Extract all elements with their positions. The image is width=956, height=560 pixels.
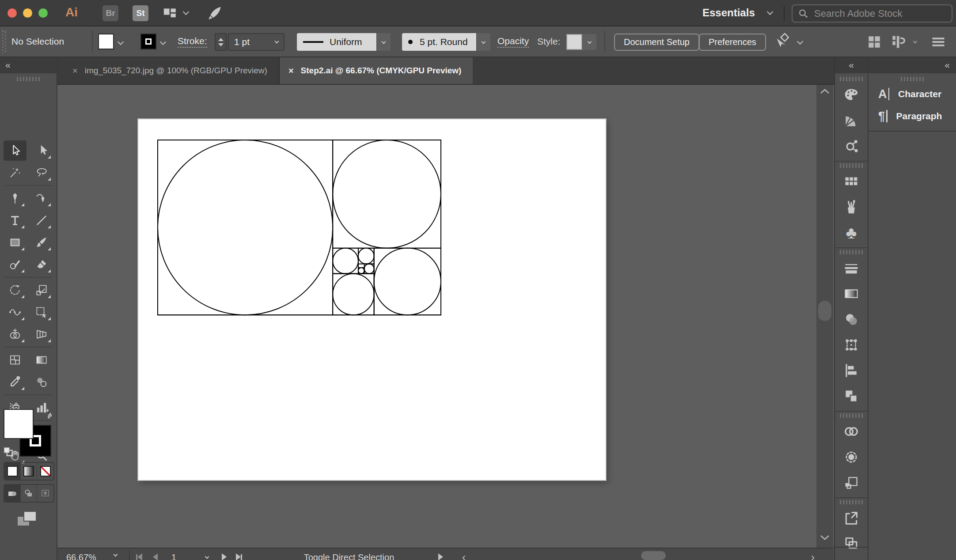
navigator-panel-button[interactable] xyxy=(839,532,864,555)
export-panel-button[interactable] xyxy=(839,507,864,530)
icon-dock-collapse-button[interactable]: « xyxy=(835,57,868,73)
transparency-panel-button[interactable] xyxy=(839,308,864,331)
first-artboard-button[interactable] xyxy=(136,551,142,560)
color-themes-panel-button[interactable] xyxy=(839,135,864,158)
curvature-tool[interactable] xyxy=(30,188,53,208)
pen-tool[interactable] xyxy=(4,188,27,208)
brush-chevron[interactable] xyxy=(476,33,490,51)
select-behind-button[interactable] xyxy=(772,33,791,51)
close-window-button[interactable] xyxy=(8,8,17,18)
style-chevron[interactable] xyxy=(582,34,596,50)
artboard-number-field[interactable]: 1 xyxy=(167,551,209,560)
perspective-grid-tool[interactable] xyxy=(30,324,53,344)
color-button[interactable] xyxy=(4,463,21,480)
width-profile-chevron[interactable] xyxy=(376,33,391,51)
free-transform-tool[interactable] xyxy=(30,302,53,322)
style-swatch[interactable] xyxy=(566,34,582,50)
color-panel-button[interactable] xyxy=(839,83,864,106)
align-panel-button[interactable] xyxy=(839,359,864,382)
chevron-down-icon[interactable] xyxy=(913,39,918,44)
zoom-level[interactable]: 66.67% xyxy=(66,551,96,560)
close-tab-icon[interactable]: × xyxy=(72,66,78,76)
swatches-panel-button[interactable] xyxy=(839,170,864,193)
image-trace-panel-button[interactable] xyxy=(839,446,864,469)
vertical-scrollbar[interactable] xyxy=(816,85,833,548)
fill-proxy-swatch[interactable] xyxy=(4,409,34,439)
next-artboard-button[interactable] xyxy=(222,551,227,560)
gradient-tool[interactable] xyxy=(30,350,53,370)
dock-grip[interactable] xyxy=(901,77,924,81)
shape-builder-tool[interactable] xyxy=(4,324,27,344)
rotate-tool[interactable] xyxy=(4,280,27,300)
minimize-window-button[interactable] xyxy=(23,8,32,18)
horizontal-scroll-thumb[interactable] xyxy=(641,551,666,560)
stroke-color-swatch[interactable] xyxy=(140,34,156,49)
artboards-panel-button[interactable] xyxy=(839,471,864,494)
panel-dock-collapse-button[interactable]: « xyxy=(869,57,956,73)
line-segment-tool[interactable] xyxy=(30,210,53,231)
draw-inside-button[interactable] xyxy=(37,485,53,502)
tile-documents-button[interactable] xyxy=(867,34,882,49)
previous-artboard-button[interactable] xyxy=(153,551,158,560)
fill-color-swatch[interactable] xyxy=(98,34,114,49)
arrange-documents-button[interactable] xyxy=(163,7,178,20)
scroll-left-icon[interactable]: ‹ xyxy=(462,551,466,560)
pathfinder-panel-button[interactable] xyxy=(839,385,864,408)
toolbar-grip[interactable] xyxy=(17,77,40,81)
draw-normal-button[interactable] xyxy=(4,485,21,502)
canvas[interactable] xyxy=(57,84,834,548)
fill-chevron-icon[interactable] xyxy=(118,39,124,45)
status-display-menu[interactable] xyxy=(438,551,443,560)
symbols-panel-button[interactable]: ♣ xyxy=(839,221,864,244)
vertical-scroll-thumb[interactable] xyxy=(818,301,831,321)
dock-grip[interactable] xyxy=(840,163,863,168)
document-arrangement-button[interactable] xyxy=(890,34,907,50)
eyedropper-tool[interactable] xyxy=(4,372,27,392)
document-tab[interactable]: × img_5035_720.jpg @ 100% (RGB/GPU Previ… xyxy=(64,57,280,84)
character-panel-tab[interactable]: A Character xyxy=(869,83,956,105)
opacity-panel-link[interactable]: Opacity xyxy=(497,26,529,57)
brushes-panel-button[interactable] xyxy=(839,196,864,219)
dock-grip[interactable] xyxy=(840,413,863,418)
toolbar-collapse-button[interactable]: « xyxy=(0,57,57,73)
type-tool[interactable] xyxy=(4,210,27,231)
none-button[interactable] xyxy=(37,463,53,480)
color-guide-panel-button[interactable] xyxy=(839,109,864,132)
mesh-tool[interactable] xyxy=(4,350,27,370)
dock-grip[interactable] xyxy=(840,500,863,504)
lasso-tool[interactable] xyxy=(30,163,53,183)
stroke-weight-field[interactable]: 1 pt xyxy=(228,33,285,51)
gradient-button[interactable] xyxy=(21,463,37,480)
scale-tool[interactable] xyxy=(30,280,53,300)
direct-selection-tool[interactable] xyxy=(30,140,53,161)
stock-button[interactable]: St xyxy=(133,5,148,21)
magic-wand-tool[interactable] xyxy=(4,163,27,183)
shaper-tool[interactable] xyxy=(4,254,27,275)
paintbrush-tool[interactable] xyxy=(30,232,53,253)
panel-grip[interactable] xyxy=(2,30,6,53)
chevron-down-icon[interactable] xyxy=(183,9,189,15)
zoom-window-button[interactable] xyxy=(38,8,48,18)
blend-tool[interactable] xyxy=(30,372,53,392)
swap-fill-stroke-button[interactable] xyxy=(42,408,54,420)
width-tool[interactable] xyxy=(4,302,27,322)
brush-definition-select[interactable]: 5 pt. Round xyxy=(402,33,476,51)
width-profile-select[interactable]: Uniform xyxy=(297,33,376,51)
screen-mode-button[interactable] xyxy=(16,509,39,528)
workspace-switcher[interactable]: Essentials xyxy=(702,7,755,19)
search-icon[interactable] xyxy=(798,8,809,20)
last-artboard-button[interactable] xyxy=(236,551,242,560)
gradient-panel-button[interactable] xyxy=(839,282,864,305)
transform-panel-button[interactable] xyxy=(839,333,864,356)
paragraph-panel-tab[interactable]: ¶ Paragraph xyxy=(869,105,956,127)
draw-behind-button[interactable] xyxy=(21,485,37,502)
chevron-down-icon[interactable] xyxy=(797,38,803,45)
control-panel-menu[interactable] xyxy=(930,36,946,48)
dock-grip[interactable] xyxy=(840,77,863,81)
stroke-panel-button[interactable] xyxy=(839,257,864,280)
preferences-button[interactable]: Preferences xyxy=(699,34,766,51)
bridge-button[interactable]: Br xyxy=(102,5,118,21)
stroke-weight-stepper[interactable] xyxy=(215,33,227,51)
dock-grip[interactable] xyxy=(840,250,863,254)
document-setup-button[interactable]: Document Setup xyxy=(614,34,699,51)
